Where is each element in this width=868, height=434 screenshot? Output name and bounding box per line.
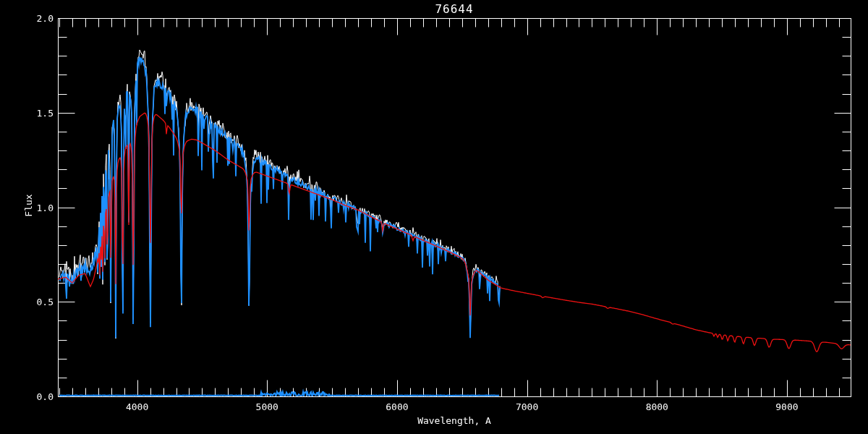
x-tick-label: 6000 [386, 401, 408, 412]
x-axis-label: Wavelength, A [58, 415, 851, 426]
x-tick-label: 9000 [775, 401, 798, 412]
y-tick-label: 0.0 [19, 391, 54, 402]
spectrum-canvas [0, 0, 868, 434]
y-tick-label: 1.0 [19, 203, 54, 213]
x-tick-label: 8000 [646, 401, 668, 412]
x-tick-label: 4000 [126, 401, 148, 412]
x-tick-label: 5000 [256, 401, 278, 412]
x-tick-label: 7000 [516, 401, 538, 412]
y-tick-label: 1.5 [19, 108, 54, 119]
plot-title: 76644 [58, 2, 851, 16]
y-tick-label: 2.0 [19, 13, 54, 24]
spectral-plot: 76644 Flux Wavelength, A 400050006000700… [0, 0, 868, 434]
y-tick-label: 0.5 [19, 297, 54, 307]
